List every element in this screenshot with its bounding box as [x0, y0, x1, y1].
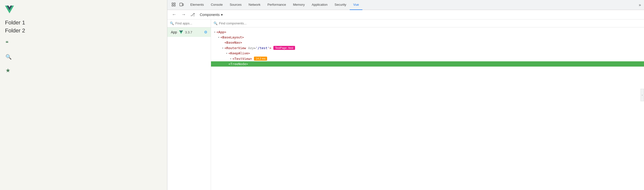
tag-app: <App> [216, 30, 226, 34]
folder-2[interactable]: Folder 2 [5, 28, 162, 34]
tab-performance[interactable]: Performance [264, 0, 289, 10]
devtools-tabs: Elements Console Sources Network Perform… [187, 0, 637, 10]
tab-bar: Elements Console Sources Network Perform… [167, 0, 644, 10]
tag-routerview: <RouterView [224, 46, 246, 50]
tag-treenode: <TreeNode> [228, 62, 248, 66]
inspect-icon[interactable] [170, 1, 177, 9]
apps-search-input[interactable] [175, 22, 208, 25]
badge-timing: 14.2 ms [254, 56, 267, 60]
svg-rect-4 [180, 3, 182, 6]
tab-application[interactable]: Application [308, 0, 331, 10]
apps-search-bar: 🔍 [167, 20, 211, 28]
components-search-bar: 🔍 [211, 20, 644, 28]
toolbar: ← → ⎇ Components ▾ [167, 10, 644, 20]
star-icon[interactable]: ★ [6, 67, 12, 74]
tab-sources[interactable]: Sources [226, 0, 245, 10]
svg-rect-2 [172, 5, 173, 6]
apps-panel: 🔍 App 3.3.7 ⚙ [167, 20, 211, 190]
tree-node-keepalive[interactable]: ▾ <KeepAlive> [211, 50, 644, 56]
tree-node-routerview[interactable]: ▾ <RouterView key='/test'> TestPage: /te… [211, 45, 644, 50]
sidebar-icons: ❝ 🔍 ★ [6, 40, 12, 74]
tree-arrow: ▾ [226, 52, 228, 54]
tag-basenav: <BaseNav> [224, 41, 242, 44]
tab-vue[interactable]: Vue [350, 0, 362, 10]
tab-security[interactable]: Security [331, 0, 350, 10]
tag-baselayout: <BaseLayout> [220, 36, 244, 39]
tag-keepalive: <KeepAlive> [228, 51, 250, 55]
search-sidebar-icon[interactable]: 🔍 [6, 54, 12, 60]
vue-logo [5, 5, 14, 14]
attr-key: key [246, 46, 254, 50]
badge-testpage: TestPage: /test [273, 46, 295, 50]
hierarchy-icon: ⎇ [190, 12, 195, 17]
tab-bar-icons [168, 1, 187, 9]
tab-console[interactable]: Console [207, 0, 226, 10]
device-icon[interactable] [178, 1, 185, 9]
tab-elements[interactable]: Elements [187, 0, 207, 10]
app-list-item[interactable]: App 3.3.7 ⚙ [167, 28, 211, 37]
svg-rect-0 [172, 3, 173, 4]
svg-rect-5 [182, 4, 184, 6]
tab-network[interactable]: Network [245, 0, 264, 10]
back-button[interactable]: ← [170, 12, 178, 18]
collapse-panel-button[interactable]: ‹ [640, 89, 644, 101]
apps-search-icon: 🔍 [170, 22, 174, 25]
tree-node-basenav[interactable]: ▾ <BaseNav> [211, 40, 644, 45]
components-label: Components [200, 13, 220, 17]
tag-testview: <TestView> [232, 57, 252, 60]
tab-memory[interactable]: Memory [290, 0, 308, 10]
app-settings-icon[interactable]: ⚙ [204, 30, 207, 34]
tree-arrow: ▾ [222, 47, 224, 49]
tree-node-treenode[interactable]: ▾ <TreeNode> [211, 61, 644, 66]
app-version: 3.3.7 [185, 30, 192, 34]
more-tabs-button[interactable]: » [637, 3, 643, 7]
devtools-panel: Elements Console Sources Network Perform… [167, 0, 644, 190]
tree-node-testview[interactable]: ▾ <TestView> 14.2 ms [211, 56, 644, 61]
app-panel: Folder 1 Folder 2 ❝ 🔍 ★ [0, 0, 167, 190]
app-item-label: App [171, 30, 177, 34]
attr-key-value: '/test' [256, 46, 269, 50]
quote-icon[interactable]: ❝ [6, 40, 12, 46]
components-search-input[interactable] [219, 22, 642, 25]
components-panel: 🔍 ▾ <App> ▾ <BaseLayout> ▾ <BaseNav> [211, 20, 644, 190]
tree-arrow: ▾ [214, 31, 216, 34]
svg-rect-1 [174, 3, 175, 4]
vue-mini-logo [179, 30, 183, 34]
tree-node-baselayout[interactable]: ▾ <BaseLayout> [211, 35, 644, 40]
main-content: 🔍 App 3.3.7 ⚙ 🔍 [167, 20, 644, 190]
tag-close: > [269, 46, 271, 50]
chevron-down-icon: ▾ [221, 13, 223, 17]
component-tree: ▾ <App> ▾ <BaseLayout> ▾ <BaseNav> ▾ <Ro… [211, 28, 644, 190]
forward-button[interactable]: → [180, 12, 187, 18]
tree-arrow: ▾ [230, 57, 232, 60]
svg-rect-3 [174, 5, 175, 6]
tree-node-app[interactable]: ▾ <App> [211, 30, 644, 35]
folder-1[interactable]: Folder 1 [5, 20, 162, 26]
components-search-icon: 🔍 [214, 22, 218, 25]
components-button[interactable]: Components ▾ [198, 12, 225, 18]
tree-arrow: ▾ [218, 36, 220, 39]
